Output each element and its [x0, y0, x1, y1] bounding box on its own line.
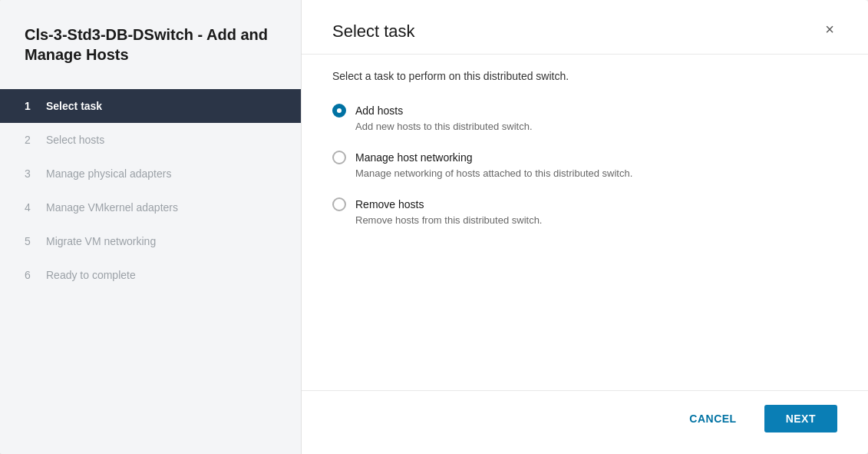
radio-option-2[interactable]: Remove hosts Remove hosts from this dist… [332, 197, 837, 226]
step-number: 4 [25, 201, 37, 214]
sidebar-step-2[interactable]: 2 Select hosts [0, 123, 301, 157]
radio-option-1[interactable]: Manage host networking Manage networking… [332, 151, 837, 179]
radio-row-2[interactable]: Remove hosts [332, 197, 837, 211]
radio-input-0[interactable] [332, 104, 346, 118]
next-button[interactable]: NEXT [764, 405, 837, 432]
radio-label-1: Manage host networking [355, 151, 473, 164]
content-subtitle: Select a task to perform on this distrib… [302, 55, 868, 82]
content-header: Select task × [302, 0, 868, 55]
sidebar: Cls-3-Std3-DB-DSwitch - Add and Manage H… [0, 0, 302, 454]
radio-label-0: Add hosts [355, 104, 403, 117]
sidebar-step-1: 1 Select task [0, 89, 301, 123]
step-label: Manage physical adapters [46, 167, 171, 180]
content-panel: Select task × Select a task to perform o… [302, 0, 868, 454]
radio-input-1[interactable] [332, 151, 346, 164]
radio-input-2[interactable] [332, 197, 346, 211]
step-number: 2 [25, 134, 37, 146]
step-label: Manage VMkernel adapters [46, 201, 178, 214]
radio-row-1[interactable]: Manage host networking [332, 151, 837, 164]
step-label: Migrate VM networking [46, 235, 156, 247]
step-number: 5 [25, 235, 37, 247]
radio-desc-1: Manage networking of hosts attached to t… [355, 167, 837, 179]
sidebar-step-4[interactable]: 4 Manage VMkernel adapters [0, 191, 301, 224]
step-label: Select task [46, 100, 102, 112]
step-label: Ready to complete [46, 269, 136, 281]
radio-desc-2: Remove hosts from this distributed switc… [355, 214, 837, 226]
sidebar-title: Cls-3-Std3-DB-DSwitch - Add and Manage H… [0, 25, 301, 89]
sidebar-step-6[interactable]: 6 Ready to complete [0, 258, 301, 292]
step-number: 3 [25, 167, 37, 180]
radio-option-0[interactable]: Add hosts Add new hosts to this distribu… [332, 104, 837, 132]
radio-row-0[interactable]: Add hosts [332, 104, 837, 118]
step-number: 6 [25, 269, 37, 281]
close-button[interactable]: × [822, 18, 837, 40]
sidebar-step-5[interactable]: 5 Migrate VM networking [0, 224, 301, 258]
radio-label-2: Remove hosts [355, 198, 424, 210]
sidebar-step-3[interactable]: 3 Manage physical adapters [0, 157, 301, 191]
options-area: Add hosts Add new hosts to this distribu… [302, 82, 868, 390]
sidebar-steps: 1 Select task 2 Select hosts 3 Manage ph… [0, 89, 301, 292]
step-label: Select hosts [46, 134, 104, 146]
radio-desc-0: Add new hosts to this distributed switch… [355, 121, 837, 132]
cancel-button[interactable]: CANCEL [674, 405, 751, 432]
dialog-container: Cls-3-Std3-DB-DSwitch - Add and Manage H… [0, 0, 868, 454]
step-number: 1 [25, 100, 37, 112]
dialog-footer: CANCEL NEXT [302, 390, 868, 454]
dialog-title: Select task [332, 22, 415, 41]
